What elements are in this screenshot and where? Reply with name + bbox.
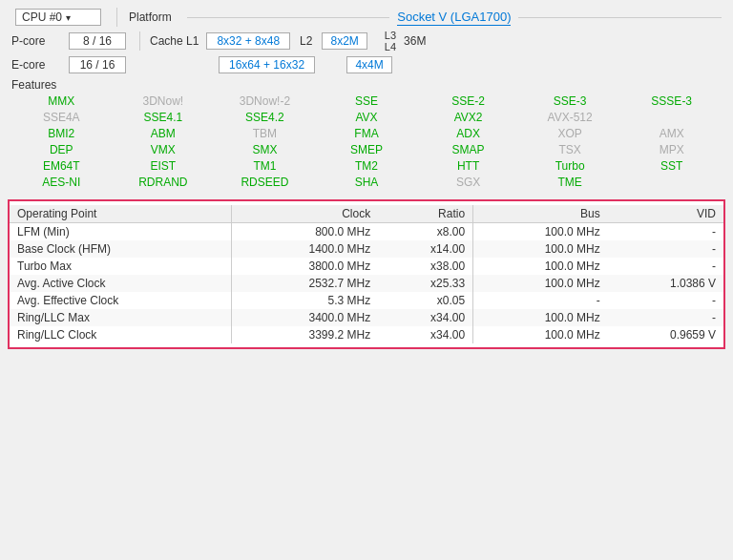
table-row: LFM (Min) 800.0 MHz x8.00 100.0 MHz - (10, 223, 723, 241)
operating-point-section: Operating Point Clock Ratio Bus VID LFM … (8, 199, 725, 349)
feature-item: DEP (11, 142, 112, 157)
table-row: Ring/LLC Clock 3399.2 MHz x34.00 100.0 M… (10, 326, 723, 343)
op-clock: 2532.7 MHz (231, 275, 378, 292)
op-ratio: x34.00 (378, 326, 472, 343)
op-label: Ring/LLC Clock (10, 326, 231, 343)
feature-item: MPX (621, 142, 722, 157)
feature-item: SSSE-3 (621, 93, 722, 109)
op-clock: 1400.0 MHz (231, 240, 378, 258)
op-label: Turbo Max (10, 258, 231, 275)
feature-item: SHA (317, 175, 417, 190)
feature-item: SSE-2 (418, 93, 518, 109)
op-clock: 5.3 MHz (231, 292, 378, 309)
operating-point-table: Operating Point Clock Ratio Bus VID LFM … (10, 205, 723, 343)
pcore-value: 8 / 16 (69, 32, 126, 50)
feature-item: SSE-3 (520, 93, 620, 109)
op-ratio: x0.05 (378, 292, 472, 309)
cache-l2-pcore: 8x2M (322, 32, 366, 50)
table-header-row: Operating Point Clock Ratio Bus VID (10, 205, 723, 223)
l3l4-label: L3 L4 (385, 30, 396, 52)
cpu-dropdown-icon[interactable]: ▾ (66, 12, 71, 23)
header-row: CPU #0 ▾ Platform Socket V (LGA1700) (11, 8, 722, 27)
op-label: Avg. Active Clock (10, 275, 231, 292)
cpu-selector[interactable]: CPU #0 ▾ (15, 9, 101, 26)
pcore-label: P-core (11, 34, 61, 48)
op-bus: 100.0 MHz (473, 275, 608, 292)
op-vid: - (608, 258, 723, 275)
feature-item: 3DNow! (114, 93, 214, 109)
l3-value: 36M (404, 34, 426, 48)
feature-item: AVX (317, 110, 417, 125)
feature-item: TSX (520, 142, 620, 157)
feature-item: XOP (520, 126, 620, 141)
ecore-value: 16 / 16 (69, 56, 126, 73)
op-bus: - (473, 292, 608, 309)
cache-l1-pcore: 8x32 + 8x48 (206, 32, 290, 50)
feature-item: RDSEED (215, 175, 315, 190)
feature-item: SGX (418, 175, 518, 190)
feature-item: MMX (11, 93, 112, 109)
feature-item (621, 110, 722, 125)
feature-item: FMA (317, 126, 417, 141)
operating-point-body: LFM (Min) 800.0 MHz x8.00 100.0 MHz - Ba… (10, 223, 723, 344)
op-bus: 100.0 MHz (473, 258, 608, 275)
op-clock: 3800.0 MHz (231, 258, 378, 275)
feature-item: TM1 (215, 158, 315, 174)
col-operating-point: Operating Point (10, 205, 231, 223)
op-ratio: x25.33 (378, 275, 472, 292)
feature-item: TME (520, 175, 620, 190)
op-label: Base Clock (HFM) (10, 240, 231, 258)
op-vid: 0.9659 V (608, 326, 723, 343)
feature-item: AVX2 (418, 110, 518, 125)
op-ratio: x8.00 (378, 223, 472, 241)
feature-item: SMAP (418, 142, 518, 157)
features-grid: MMX3DNow!3DNow!-2SSESSE-2SSE-3SSSE-3SSE4… (11, 93, 722, 190)
op-ratio: x34.00 (378, 309, 472, 326)
feature-item: SMX (215, 142, 315, 157)
cpu-label: CPU #0 (22, 10, 62, 24)
feature-item: VMX (114, 142, 214, 157)
cache-l2-ecore: 4x4M (346, 56, 391, 73)
op-ratio: x38.00 (378, 258, 472, 275)
feature-item: BMI2 (11, 126, 112, 141)
feature-item: SSE4.1 (114, 110, 214, 125)
op-label: LFM (Min) (10, 223, 231, 241)
op-label: Avg. Effective Clock (10, 292, 231, 309)
feature-item: RDRAND (114, 175, 214, 190)
top-section: CPU #0 ▾ Platform Socket V (LGA1700) P-c… (4, 4, 729, 194)
ecore-row: E-core 16 / 16 16x64 + 16x32 L2 4x4M (11, 55, 722, 74)
l2-label: L2 (300, 34, 312, 48)
feature-item: SSE4.2 (215, 110, 315, 125)
op-clock: 3399.2 MHz (231, 326, 378, 343)
op-clock: 3400.0 MHz (231, 309, 378, 326)
op-vid: 1.0386 V (608, 275, 723, 292)
op-bus: 100.0 MHz (473, 223, 608, 241)
platform-label: Platform (129, 10, 172, 24)
op-vid: - (608, 309, 723, 326)
op-bus: 100.0 MHz (473, 240, 608, 258)
feature-item: SSE (317, 93, 417, 109)
col-bus: Bus (473, 205, 608, 223)
features-section: Features MMX3DNow!3DNow!-2SSESSE-2SSE-3S… (11, 78, 722, 190)
ecore-label: E-core (11, 58, 61, 72)
table-row: Ring/LLC Max 3400.0 MHz x34.00 100.0 MHz… (10, 309, 723, 326)
feature-item: Turbo (520, 158, 620, 174)
feature-item: SMEP (317, 142, 417, 157)
feature-item: EM64T (11, 158, 112, 174)
main-container: CPU #0 ▾ Platform Socket V (LGA1700) P-c… (0, 0, 733, 357)
op-ratio: x14.00 (378, 240, 472, 258)
feature-item: AES-NI (11, 175, 112, 190)
feature-item: EIST (114, 158, 214, 174)
op-bus: 100.0 MHz (473, 309, 608, 326)
table-row: Avg. Effective Clock 5.3 MHz x0.05 - - (10, 292, 723, 309)
feature-item: 3DNow!-2 (215, 93, 315, 109)
feature-item: ADX (418, 126, 518, 141)
feature-item (621, 175, 722, 190)
table-row: Avg. Active Clock 2532.7 MHz x25.33 100.… (10, 275, 723, 292)
socket-value: Socket V (LGA1700) (397, 10, 511, 26)
op-label: Ring/LLC Max (10, 309, 231, 326)
col-ratio: Ratio (378, 205, 472, 223)
cache-l1-label: Cache L1 (150, 34, 199, 48)
table-row: Base Clock (HFM) 1400.0 MHz x14.00 100.0… (10, 240, 723, 258)
feature-item: AVX-512 (520, 110, 620, 125)
